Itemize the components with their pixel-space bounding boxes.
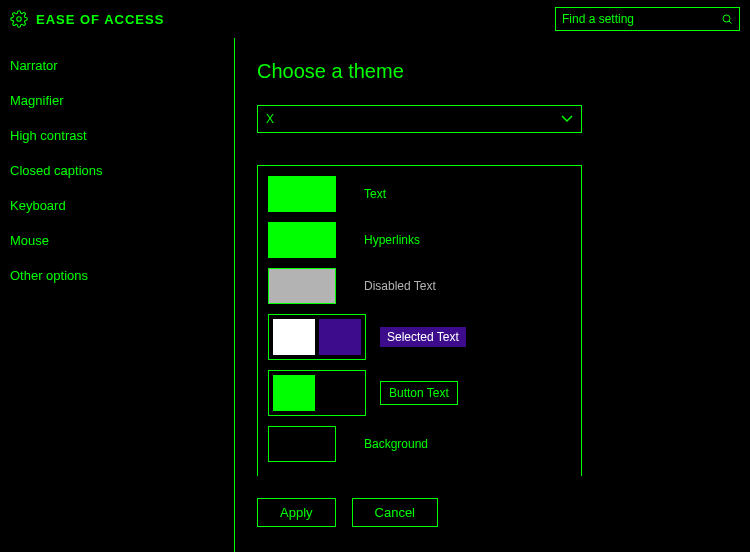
preview-label-selected: Selected Text [380,327,466,347]
sidebar-label: Keyboard [10,198,66,213]
search-input[interactable] [555,7,740,31]
preview-row-disabled: Disabled Text [268,268,571,304]
preview-label-button: Button Text [380,381,458,405]
container: Narrator Magnifier High contrast Closed … [0,38,750,552]
preview-row-button: Button Text [268,370,571,416]
swatch-button-fg[interactable] [273,375,315,411]
action-row: Apply Cancel [257,498,728,527]
cancel-button[interactable]: Cancel [352,498,438,527]
search-icon [721,13,733,25]
sidebar-label: Closed captions [10,163,103,178]
swatch-hyperlinks[interactable] [268,222,336,258]
sidebar-label: Other options [10,268,88,283]
sidebar-item-keyboard[interactable]: Keyboard [0,188,234,223]
chevron-down-icon [561,115,573,123]
sidebar-label: Narrator [10,58,58,73]
page-title: EASE OF ACCESS [36,12,164,27]
swatch-pair-button [268,370,366,416]
svg-point-1 [723,15,730,22]
sidebar: Narrator Magnifier High contrast Closed … [0,38,235,552]
swatch-background[interactable] [268,426,336,462]
header-left: EASE OF ACCESS [10,10,164,28]
preview-row-text: Text [268,176,571,212]
swatch-selected-bg[interactable] [319,319,361,355]
apply-button[interactable]: Apply [257,498,336,527]
sidebar-item-closed-captions[interactable]: Closed captions [0,153,234,188]
preview-label-text: Text [364,187,386,201]
preview-row-selected: Selected Text [268,314,571,360]
sidebar-label: High contrast [10,128,87,143]
sidebar-item-other-options[interactable]: Other options [0,258,234,293]
sidebar-item-narrator[interactable]: Narrator [0,48,234,83]
preview-label-background: Background [364,437,428,451]
svg-line-2 [729,21,732,24]
section-title: Choose a theme [257,60,728,83]
preview-label-disabled: Disabled Text [364,279,436,293]
sidebar-label: Mouse [10,233,49,248]
sidebar-label: Magnifier [10,93,63,108]
sidebar-item-mouse[interactable]: Mouse [0,223,234,258]
swatch-button-bg[interactable] [319,375,361,411]
search-field[interactable] [562,12,721,26]
gear-icon [10,10,28,28]
preview-row-background: Background [268,426,571,462]
swatch-text[interactable] [268,176,336,212]
svg-point-0 [17,17,22,22]
header: EASE OF ACCESS [0,0,750,38]
swatch-pair-selected [268,314,366,360]
sidebar-item-high-contrast[interactable]: High contrast [0,118,234,153]
sidebar-item-magnifier[interactable]: Magnifier [0,83,234,118]
swatch-disabled[interactable] [268,268,336,304]
dropdown-value: X [266,112,274,126]
preview-box: Text Hyperlinks Disabled Text Selected T… [257,165,582,476]
swatch-selected-fg[interactable] [273,319,315,355]
preview-row-hyperlinks: Hyperlinks [268,222,571,258]
theme-dropdown[interactable]: X [257,105,582,133]
main: Choose a theme X Text Hyperlinks Disable… [235,38,750,552]
preview-label-hyperlinks: Hyperlinks [364,233,420,247]
